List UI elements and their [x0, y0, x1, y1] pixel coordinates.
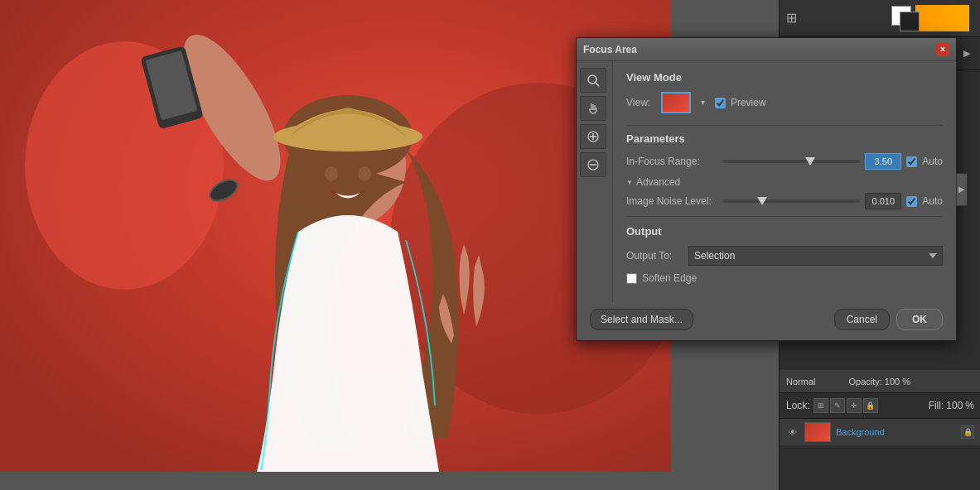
opacity-label: Opacity: [848, 377, 881, 387]
lock-brush-icon[interactable]: ✎ [830, 398, 845, 413]
opacity-value[interactable]: 100 [885, 377, 900, 387]
zoom-tool-button[interactable] [580, 68, 606, 93]
select-and-mask-button[interactable]: Select and Mask... [590, 309, 693, 330]
background-swatch[interactable] [900, 12, 920, 31]
svg-point-13 [588, 75, 596, 84]
opacity-percent: % [902, 377, 910, 387]
lock-move-icon[interactable]: ✛ [847, 398, 862, 413]
in-focus-range-thumb[interactable] [805, 157, 815, 166]
parameters-title: Parameters [626, 132, 943, 145]
svg-point-10 [325, 166, 338, 181]
layers-panel: Normal Opacity: 100 % Lock: ⊞ ✎ ✛ 🔒 Fill… [780, 370, 980, 490]
advanced-title: Advanced [636, 176, 680, 188]
add-brush-tool-button[interactable] [580, 124, 606, 149]
image-noise-thumb[interactable] [757, 197, 767, 205]
advanced-triangle-icon: ▼ [626, 179, 633, 186]
focus-area-dialog: Focus Area × [576, 37, 957, 341]
button-group: Cancel OK [834, 309, 943, 330]
dialog-body: View Mode View: ▼ Preview Parameters In-… [577, 61, 956, 302]
divider-2 [626, 216, 943, 217]
dialog-tools [577, 61, 613, 302]
layers-header: Normal Opacity: 100 % [780, 370, 980, 393]
view-mode-title: View Mode [626, 71, 943, 84]
dialog-footer: Select and Mask... Cancel OK [577, 302, 956, 340]
photo-svg [0, 0, 671, 472]
svg-line-14 [596, 83, 599, 86]
image-noise-label: Image Noise Level: [626, 195, 717, 207]
fill-value[interactable]: 100 [946, 400, 963, 411]
top-bar: ⊞ [780, 0, 980, 37]
image-noise-input[interactable] [865, 193, 901, 209]
in-focus-range-slider[interactable] [722, 160, 860, 163]
image-noise-row: Image Noise Level: Auto [626, 193, 943, 209]
dialog-content: View Mode View: ▼ Preview Parameters In-… [613, 61, 956, 302]
image-noise-slider[interactable] [722, 199, 860, 203]
preview-checkbox-row: Preview [715, 97, 766, 108]
soften-edge-checkbox[interactable] [626, 273, 637, 284]
subtract-brush-tool-button[interactable] [580, 152, 606, 177]
expand-arrow-icon[interactable]: ▶ [963, 48, 970, 59]
subtract-brush-icon [587, 158, 600, 171]
fill-label: Fill: [929, 400, 944, 411]
hand-icon [587, 102, 600, 115]
lock-label: Lock: [786, 400, 810, 411]
canvas-image [0, 0, 671, 472]
lock-layer-icon: 🔒 [961, 425, 974, 439]
in-focus-range-label: In-Focus Range: [626, 156, 717, 167]
layer-name[interactable]: Background [836, 427, 885, 437]
output-title: Output [626, 225, 943, 238]
in-focus-auto-checkbox[interactable] [906, 156, 917, 167]
image-noise-auto-label[interactable]: Auto [922, 195, 943, 207]
grid-icon[interactable]: ⊞ [786, 10, 797, 26]
layer-visibility-icon[interactable]: 👁 [786, 425, 799, 439]
cancel-button[interactable]: Cancel [834, 309, 890, 330]
lock-all-icon[interactable]: 🔒 [863, 398, 878, 413]
advanced-toggle[interactable]: ▼ Advanced [626, 176, 943, 188]
lock-checker-icon[interactable]: ⊞ [813, 398, 828, 413]
in-focus-range-row: In-Focus Range: Auto [626, 153, 943, 170]
add-brush-icon [587, 130, 600, 143]
layer-row[interactable]: 👁 Background 🔒 [780, 419, 980, 445]
view-mode-row: View: ▼ Preview [626, 92, 943, 113]
image-noise-auto-checkbox[interactable] [906, 196, 917, 207]
view-label: View: [626, 97, 653, 108]
output-section: Output Output To: Selection Layer Mask N… [626, 225, 943, 284]
soften-edge-row: Soften Edge [626, 272, 943, 284]
output-to-select[interactable]: Selection Layer Mask New Layer New Layer… [688, 246, 943, 266]
blend-mode-label[interactable]: Normal [786, 377, 815, 387]
preview-label[interactable]: Preview [731, 97, 766, 108]
ok-button[interactable]: OK [896, 309, 943, 330]
in-focus-auto-label[interactable]: Auto [922, 156, 943, 167]
dialog-titlebar: Focus Area × [577, 38, 956, 61]
zoom-icon [587, 74, 600, 87]
dialog-expand-button[interactable]: ▶ [956, 173, 968, 206]
output-to-row: Output To: Selection Layer Mask New Laye… [626, 246, 943, 266]
color-gradient-swatch[interactable] [915, 5, 969, 31]
fill-percent: % [965, 400, 974, 411]
svg-point-11 [358, 166, 371, 181]
layer-thumbnail [804, 422, 831, 442]
divider-1 [626, 125, 943, 126]
view-dropdown-arrow[interactable]: ▼ [699, 98, 707, 107]
soften-edge-label[interactable]: Soften Edge [642, 272, 697, 284]
in-focus-range-input[interactable] [865, 153, 901, 170]
dialog-title: Focus Area [583, 44, 637, 55]
layers-controls: Lock: ⊞ ✎ ✛ 🔒 Fill: 100 % [780, 393, 980, 419]
hand-tool-button[interactable] [580, 96, 606, 121]
output-to-label: Output To: [626, 250, 680, 262]
close-button[interactable]: × [936, 43, 949, 56]
preview-checkbox[interactable] [715, 98, 726, 108]
expand-icon: ▶ [958, 185, 965, 194]
lock-icons: ⊞ ✎ ✛ 🔒 [813, 398, 878, 413]
view-thumbnail[interactable] [661, 92, 691, 113]
